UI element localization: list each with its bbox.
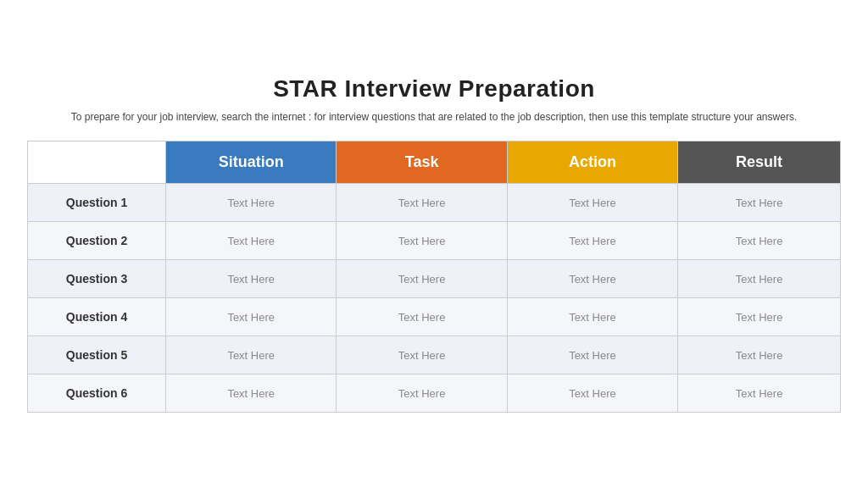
- table-body: Question 1Text HereText HereText HereTex…: [28, 184, 841, 413]
- cell-action-4[interactable]: Text Here: [507, 298, 677, 336]
- cell-result-5[interactable]: Text Here: [678, 336, 841, 374]
- header-question-col: [28, 141, 166, 184]
- cell-situation-6[interactable]: Text Here: [166, 374, 337, 413]
- cell-action-6[interactable]: Text Here: [507, 374, 677, 413]
- header-situation: Situation: [166, 141, 337, 184]
- cell-result-3[interactable]: Text Here: [678, 260, 841, 298]
- question-label-6: Question 6: [28, 374, 166, 413]
- header-result: Result: [678, 141, 841, 184]
- question-label-5: Question 5: [28, 336, 166, 374]
- cell-task-2[interactable]: Text Here: [337, 222, 507, 260]
- cell-situation-2[interactable]: Text Here: [166, 222, 337, 260]
- cell-situation-3[interactable]: Text Here: [166, 260, 337, 298]
- cell-action-1[interactable]: Text Here: [507, 184, 677, 222]
- cell-situation-5[interactable]: Text Here: [166, 336, 337, 374]
- table-row: Question 5Text HereText HereText HereTex…: [28, 336, 841, 374]
- cell-result-6[interactable]: Text Here: [678, 374, 841, 413]
- cell-result-2[interactable]: Text Here: [678, 222, 841, 260]
- cell-result-4[interactable]: Text Here: [678, 298, 841, 336]
- star-table: Situation Task Action Result Question 1T…: [27, 141, 841, 413]
- cell-action-3[interactable]: Text Here: [507, 260, 677, 298]
- question-label-3: Question 3: [28, 260, 166, 298]
- table-row: Question 4Text HereText HereText HereTex…: [28, 298, 841, 336]
- page-title: STAR Interview Preparation: [27, 75, 841, 103]
- cell-action-2[interactable]: Text Here: [507, 222, 677, 260]
- table-row: Question 1Text HereText HereText HereTex…: [28, 184, 841, 222]
- header-action: Action: [507, 141, 677, 184]
- page-container: STAR Interview Preparation To prepare fo…: [27, 67, 841, 421]
- table-row: Question 2Text HereText HereText HereTex…: [28, 222, 841, 260]
- table-row: Question 3Text HereText HereText HereTex…: [28, 260, 841, 298]
- question-label-1: Question 1: [28, 184, 166, 222]
- table-header-row: Situation Task Action Result: [28, 141, 841, 184]
- cell-task-5[interactable]: Text Here: [337, 336, 507, 374]
- header-task: Task: [337, 141, 507, 184]
- question-label-2: Question 2: [28, 222, 166, 260]
- cell-task-6[interactable]: Text Here: [337, 374, 507, 413]
- cell-situation-4[interactable]: Text Here: [166, 298, 337, 336]
- cell-situation-1[interactable]: Text Here: [166, 184, 337, 222]
- page-subtitle: To prepare for your job interview, searc…: [27, 109, 841, 125]
- cell-result-1[interactable]: Text Here: [678, 184, 841, 222]
- cell-task-4[interactable]: Text Here: [337, 298, 507, 336]
- question-label-4: Question 4: [28, 298, 166, 336]
- table-row: Question 6Text HereText HereText HereTex…: [28, 374, 841, 413]
- cell-action-5[interactable]: Text Here: [507, 336, 677, 374]
- cell-task-1[interactable]: Text Here: [337, 184, 507, 222]
- cell-task-3[interactable]: Text Here: [337, 260, 507, 298]
